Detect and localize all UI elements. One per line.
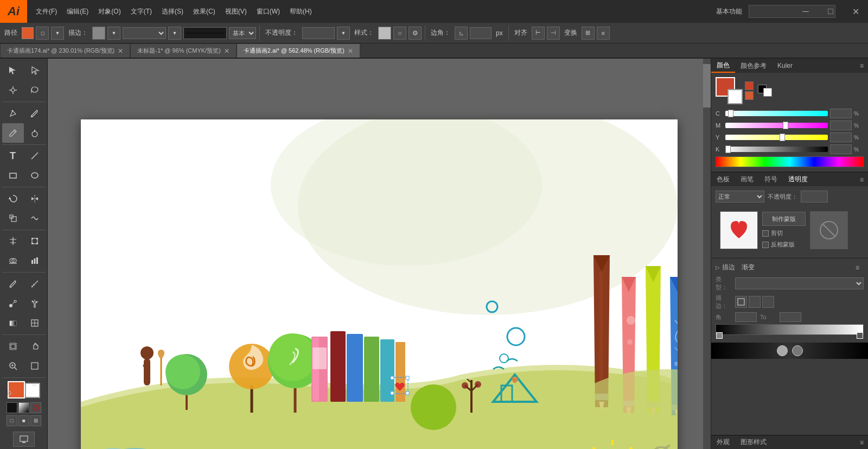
- tab1-close[interactable]: ✕: [118, 47, 123, 55]
- shape-builder-tool[interactable]: [2, 251, 24, 270]
- direct-select-tool[interactable]: [24, 61, 46, 80]
- tab-graphic-styles[interactable]: 图形样式: [735, 435, 772, 450]
- corner-angle-btn[interactable]: ◺: [455, 27, 468, 40]
- tab3-close[interactable]: ✕: [348, 47, 353, 55]
- tab-cartoon174[interactable]: 卡通插画174.ai* @ 230.01% (RGB/预览) ✕: [0, 43, 130, 58]
- color-mode-btn[interactable]: [7, 402, 17, 413]
- tab-cartoon2[interactable]: 卡通插画2.ai* @ 562.48% (RGB/预览) ✕: [237, 43, 360, 58]
- stroke-type-btn[interactable]: ◻: [36, 27, 49, 40]
- k-value-input[interactable]: 0.25: [830, 144, 852, 154]
- lower-panel-settings[interactable]: ≡: [856, 176, 868, 184]
- tab-swatches[interactable]: 色板: [711, 173, 735, 187]
- tab2-close[interactable]: ✕: [224, 47, 229, 55]
- transform-btn[interactable]: ⊞: [582, 27, 595, 40]
- tab-untitled1[interactable]: 未标题-1* @ 96% (CMYK/预览) ✕: [130, 43, 237, 58]
- gradient-stroke-btn3[interactable]: [762, 296, 774, 308]
- stroke-basic-select[interactable]: 基本: [229, 27, 256, 39]
- k-slider[interactable]: [725, 147, 828, 152]
- gradient-stroke-btn2[interactable]: [749, 296, 761, 308]
- color-panel-settings[interactable]: ≡: [856, 62, 868, 69]
- gradient-tool[interactable]: [2, 313, 24, 333]
- menu-text[interactable]: 文字(T): [126, 5, 156, 18]
- vertical-scrollbar[interactable]: [703, 59, 711, 449]
- stroke-arrow3-btn[interactable]: ▼: [168, 27, 181, 40]
- corner-value-input[interactable]: 0: [470, 27, 492, 39]
- blob-brush-tool[interactable]: [24, 123, 46, 143]
- blend-tool[interactable]: [2, 294, 24, 313]
- reflect-tool[interactable]: [24, 189, 46, 208]
- color-bg-swatch[interactable]: [727, 89, 743, 104]
- c-slider[interactable]: [725, 111, 828, 116]
- color-mode-cmyk[interactable]: [745, 81, 754, 90]
- pencil-tool[interactable]: [2, 123, 24, 143]
- menu-edit[interactable]: 编辑(E): [62, 5, 93, 18]
- stroke-arrow2-btn[interactable]: ▼: [107, 27, 120, 40]
- menu-view[interactable]: 视图(V): [221, 5, 251, 18]
- rotate-tool[interactable]: [2, 189, 24, 208]
- gradient-stroke-btn1[interactable]: [735, 296, 747, 308]
- gradient-mode-btn[interactable]: [18, 402, 29, 413]
- gradient-circle-2[interactable]: [792, 345, 803, 356]
- close-button[interactable]: ✕: [843, 0, 868, 23]
- select-tool[interactable]: [2, 61, 24, 80]
- default-colors-btn[interactable]: D: [8, 390, 15, 398]
- color-mode-rgb[interactable]: [745, 91, 754, 100]
- blend-mode-select[interactable]: 正常: [716, 191, 764, 203]
- maximize-button[interactable]: □: [818, 0, 843, 23]
- m-slider[interactable]: [725, 123, 828, 128]
- eyedropper-tool[interactable]: [2, 274, 24, 294]
- screen-mode-btn[interactable]: [13, 432, 35, 447]
- gradient-type-select[interactable]: [735, 277, 864, 289]
- opacity-input[interactable]: 100%: [302, 27, 335, 39]
- menu-select[interactable]: 选择(S): [157, 5, 188, 18]
- view-mode-btn1[interactable]: □: [7, 415, 17, 426]
- gradient-to-input[interactable]: [780, 312, 801, 322]
- gradient-bar[interactable]: [716, 324, 864, 335]
- color-tab-color[interactable]: 颜色: [711, 59, 735, 73]
- stroke-color-btn[interactable]: [92, 27, 105, 40]
- fill-swatch[interactable]: [22, 27, 34, 39]
- canvas-area[interactable]: g,: [48, 59, 711, 449]
- menu-file[interactable]: 文件(F): [31, 5, 61, 18]
- scale-tool[interactable]: [2, 208, 24, 228]
- pen-tool[interactable]: [2, 104, 24, 123]
- bottom-panel-settings[interactable]: ≡: [856, 439, 868, 446]
- align-center-btn[interactable]: ⊣: [547, 27, 560, 40]
- magic-wand-tool[interactable]: [2, 80, 24, 100]
- scrollbar-thumb[interactable]: [703, 64, 711, 107]
- invert-checkbox[interactable]: [762, 242, 769, 248]
- style-circle-btn[interactable]: ○: [393, 27, 406, 40]
- chart-tool[interactable]: [24, 251, 46, 270]
- line-tool[interactable]: [24, 146, 46, 166]
- align-left-btn[interactable]: ⊢: [532, 27, 545, 40]
- expand-panel-btn[interactable]: ≡: [597, 27, 610, 40]
- tab-appearance[interactable]: 外观: [711, 435, 735, 450]
- menu-object[interactable]: 对象(O): [94, 5, 125, 18]
- gradient-circle-1[interactable]: [777, 345, 788, 356]
- color-tab-reference[interactable]: 颜色参考: [735, 59, 772, 73]
- warp-tool[interactable]: [24, 208, 46, 228]
- style-gear-btn[interactable]: ⚙: [409, 27, 422, 40]
- swap-colors-btn[interactable]: ↔: [31, 381, 40, 390]
- menu-help[interactable]: 帮助(H): [285, 5, 316, 18]
- hand-tool[interactable]: [24, 337, 46, 356]
- color-black-white-btn[interactable]: [758, 85, 772, 97]
- menu-window[interactable]: 窗口(W): [252, 5, 284, 18]
- opacity-blend-input[interactable]: 100%: [801, 191, 828, 203]
- brush-tool[interactable]: [24, 104, 46, 123]
- symbol-spray-tool[interactable]: [24, 294, 46, 313]
- text-tool[interactable]: T: [2, 146, 24, 166]
- none-mode-btn[interactable]: ∅: [30, 402, 41, 413]
- gradient-panel-settings[interactable]: ≡: [851, 264, 864, 271]
- gradient-angle-input[interactable]: [735, 312, 757, 322]
- c-value-input[interactable]: 2.4: [830, 109, 852, 118]
- lasso-tool[interactable]: [24, 80, 46, 100]
- tab-symbols[interactable]: 符号: [759, 173, 783, 187]
- tab-transparency[interactable]: 透明度: [783, 173, 813, 187]
- rect-tool[interactable]: [2, 166, 24, 185]
- stroke-style-select[interactable]: [123, 27, 166, 39]
- opacity-arrow-btn[interactable]: ▼: [337, 27, 350, 40]
- width-tool[interactable]: [2, 231, 24, 251]
- free-transform-tool[interactable]: [24, 231, 46, 251]
- menu-effect[interactable]: 效果(C): [189, 5, 220, 18]
